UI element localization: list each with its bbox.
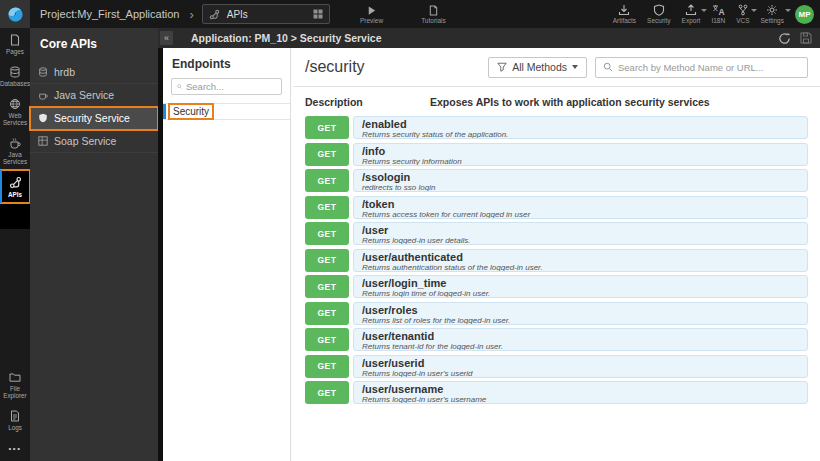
core-api-item-hrdb[interactable]: hrdb [30, 61, 158, 84]
endpoint-row-body[interactable]: /token Returns access token for current … [353, 196, 808, 219]
endpoint-path: /ssologin [362, 171, 799, 183]
http-method-badge[interactable]: GET [305, 222, 349, 245]
sidebar-item-web-services[interactable]: Web Services [0, 92, 30, 131]
endpoint-description: redirects to sso login [362, 183, 799, 192]
endpoint-row-body[interactable]: /user/login_time Returns login time of l… [353, 275, 808, 298]
endpoint-item-security[interactable]: Security [163, 103, 290, 120]
log-icon [9, 410, 21, 422]
methods-filter-dropdown[interactable]: All Methods [488, 57, 587, 78]
rail-selected-extension [0, 203, 30, 229]
http-method-badge[interactable]: GET [305, 169, 349, 192]
endpoint-row-body[interactable]: /info Returns security information [353, 143, 808, 166]
sidebar-label: APIs [8, 191, 22, 198]
tab-apis-label: APIs [227, 9, 306, 20]
endpoint-description: Returns logged-in user's username [362, 395, 799, 404]
artifacts-button[interactable]: Artifacts [613, 0, 636, 28]
tab-apis[interactable]: APIs [202, 4, 330, 24]
grid-icon [38, 136, 48, 146]
description-text: Exposes APIs to work with application se… [430, 96, 710, 108]
http-method-badge[interactable]: GET [305, 302, 349, 325]
sidebar-item-apis[interactable]: APIs [0, 170, 30, 203]
i18n-label: I18N [711, 17, 725, 24]
endpoint-path: /user/authenticated [362, 251, 799, 263]
endpoint-row-body[interactable]: /user/tenantid Returns tenant-id for the… [353, 328, 808, 351]
endpoints-search-input[interactable] [186, 81, 276, 92]
top-bar: Project:My_First_Application › APIs Prev… [0, 0, 820, 28]
endpoint-description: Returns security status of the applicati… [362, 130, 799, 139]
refresh-icon[interactable] [778, 32, 791, 45]
settings-button[interactable]: Settings [761, 0, 785, 28]
endpoint-description: Returns tenant-id for the logged-in user… [362, 342, 799, 351]
service-path-title: /security [305, 58, 365, 76]
http-method-badge[interactable]: GET [305, 355, 349, 378]
core-api-item-security-service[interactable]: Security Service [30, 107, 158, 130]
http-method-badge[interactable]: GET [305, 143, 349, 166]
database-icon [38, 67, 48, 77]
save-icon[interactable] [800, 32, 812, 44]
endpoint-row-body[interactable]: /user/username Returns logged-in user's … [353, 381, 808, 404]
i18n-button[interactable]: A I18N [711, 0, 725, 28]
export-button[interactable]: Export [682, 0, 701, 28]
endpoint-row: GET /user/userid Returns logged-in user'… [305, 355, 808, 378]
endpoint-row-body[interactable]: /user/userid Returns logged-in user's us… [353, 355, 808, 378]
endpoint-row: GET /user/username Returns logged-in use… [305, 381, 808, 404]
http-method-badge[interactable]: GET [305, 275, 349, 298]
tutorials-label: Tutorials [421, 17, 446, 24]
wavemaker-logo[interactable] [0, 0, 30, 28]
sidebar-item-logs[interactable]: Logs [0, 404, 30, 436]
endpoint-row-body[interactable]: /ssologin redirects to sso login [353, 169, 808, 192]
endpoint-description: Returns list of roles for the logged-in … [362, 316, 799, 325]
branch-icon [737, 4, 749, 16]
wavemaker-logo-icon [7, 6, 24, 23]
endpoint-row-body[interactable]: /user Returns logged-in user details. [353, 222, 808, 245]
document-icon [428, 5, 439, 16]
user-avatar[interactable]: MP [795, 5, 814, 24]
method-search-input[interactable] [618, 62, 800, 73]
project-name[interactable]: Project:My_First_Application [40, 8, 179, 20]
sidebar-item-databases[interactable]: Databases [0, 60, 30, 92]
more-options-icon[interactable]: ••• [0, 436, 30, 461]
endpoint-row: GET /user Returns logged-in user details… [305, 222, 808, 245]
endpoint-row: GET /enabled Returns security status of … [305, 116, 808, 139]
endpoint-row: GET /ssologin redirects to sso login [305, 169, 808, 192]
endpoint-row-body[interactable]: /enabled Returns security status of the … [353, 116, 808, 139]
security-button[interactable]: Security [647, 0, 670, 28]
http-method-badge[interactable]: GET [305, 328, 349, 351]
translate-icon: A [712, 4, 725, 16]
endpoint-description: Returns security information [362, 157, 799, 166]
folder-icon [9, 371, 21, 383]
core-api-item-soap-service[interactable]: Soap Service [30, 130, 158, 153]
play-icon [366, 5, 377, 16]
collapse-panel-icon[interactable]: « [160, 31, 173, 45]
chevron-down-icon [701, 9, 707, 12]
endpoint-path: /user/login_time [362, 277, 799, 289]
sidebar-item-file-explorer[interactable]: File Explorer [0, 365, 30, 404]
endpoint-description: Returns logged-in user's userid [362, 369, 799, 378]
chevron-down-icon [751, 9, 757, 12]
http-method-badge[interactable]: GET [305, 381, 349, 404]
api-detail-panel: /security All Methods [293, 48, 820, 461]
endpoint-row-body[interactable]: /user/authenticated Returns authenticati… [353, 249, 808, 272]
http-method-badge[interactable]: GET [305, 116, 349, 139]
database-icon [9, 66, 21, 78]
vcs-button[interactable]: VCS [736, 0, 749, 28]
endpoints-search[interactable] [171, 78, 282, 95]
preview-button[interactable]: Preview [360, 0, 383, 28]
http-method-badge[interactable]: GET [305, 196, 349, 219]
filter-icon [497, 62, 507, 72]
method-search[interactable] [595, 57, 808, 78]
endpoint-row-body[interactable]: /user/roles Returns list of roles for th… [353, 302, 808, 325]
core-api-item-java-service[interactable]: Java Service [30, 84, 158, 107]
grid-icon[interactable] [313, 9, 323, 19]
endpoint-row: GET /user/roles Returns list of roles fo… [305, 302, 808, 325]
sidebar-item-pages[interactable]: Pages [0, 28, 30, 60]
sidebar-label: Databases [0, 80, 30, 87]
settings-label: Settings [761, 17, 785, 24]
endpoint-row: GET /user/authenticated Returns authenti… [305, 249, 808, 272]
left-nav-rail: Pages Databases Web Services Java Servic… [0, 28, 30, 461]
http-method-badge[interactable]: GET [305, 249, 349, 272]
tutorials-button[interactable]: Tutorials [421, 0, 446, 28]
sidebar-label: Pages [6, 48, 24, 55]
endpoints-panel: Endpoints Security [163, 48, 291, 461]
sidebar-item-java-services[interactable]: Java Services [0, 131, 30, 170]
